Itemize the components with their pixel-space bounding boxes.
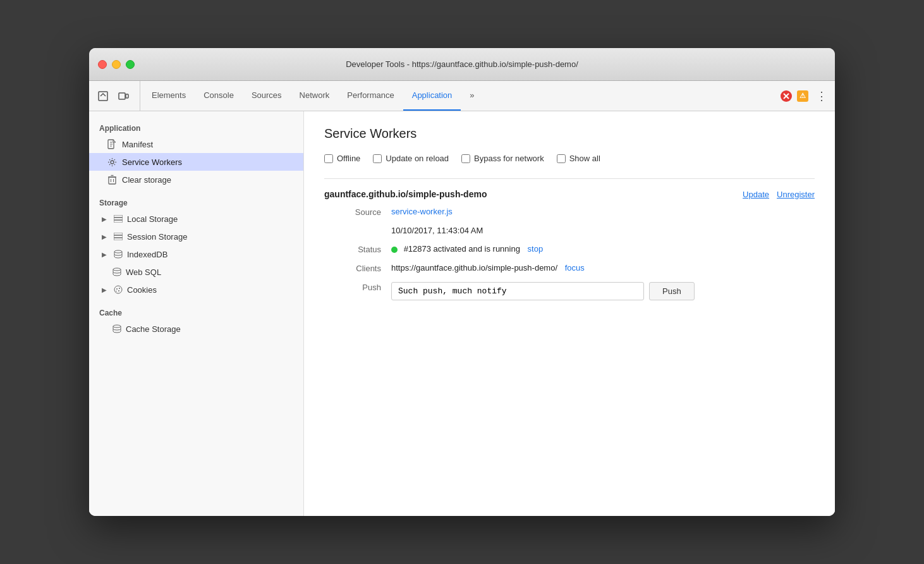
svg-rect-2 [126, 94, 128, 98]
sw-detail-table: Source service-worker.js 10/10/2017, 11:… [334, 207, 815, 300]
sidebar-item-service-workers[interactable]: Service Workers [89, 153, 303, 171]
service-workers-label: Service Workers [122, 157, 182, 167]
sidebar-section-storage: Storage [89, 193, 303, 210]
nav-tabs: Elements Console Sources Network Perform… [143, 81, 775, 111]
checkbox-offline[interactable]: Offline [324, 154, 360, 163]
tab-console[interactable]: Console [195, 81, 243, 111]
tab-more[interactable]: » [461, 81, 483, 111]
push-input[interactable] [391, 282, 644, 300]
update-on-reload-checkbox[interactable] [373, 154, 382, 163]
sw-actions: Update Unregister [743, 190, 815, 199]
local-storage-icon [113, 214, 123, 224]
toolbar-right: ⚠ ⋮ [775, 81, 830, 111]
sw-entry: gauntface.github.io/simple-push-demo Upd… [324, 189, 815, 300]
sidebar-item-cookies[interactable]: ▶ Cookies [89, 281, 303, 298]
tab-elements[interactable]: Elements [143, 81, 195, 111]
window-title: Developer Tools - https://gauntface.gith… [346, 59, 578, 69]
received-label-empty [334, 226, 391, 235]
tab-performance[interactable]: Performance [338, 81, 403, 111]
sidebar-item-web-sql[interactable]: Web SQL [89, 263, 303, 281]
cookies-icon [113, 285, 123, 295]
svg-rect-20 [114, 238, 123, 240]
more-options-icon[interactable]: ⋮ [813, 89, 830, 103]
maximize-button[interactable] [126, 60, 135, 69]
unregister-link[interactable]: Unregister [777, 190, 815, 199]
arrow-icon: ▶ [102, 286, 109, 293]
svg-point-26 [118, 290, 119, 291]
offline-checkbox[interactable] [324, 154, 333, 163]
push-value: Push [391, 282, 815, 300]
sidebar-item-cache-storage[interactable]: Cache Storage [89, 320, 303, 338]
svg-point-27 [116, 291, 117, 292]
svg-rect-1 [119, 93, 125, 99]
sidebar-section-application: Application [89, 119, 303, 135]
clear-storage-label: Clear storage [122, 175, 171, 185]
checkbox-show-all[interactable]: Show all [557, 154, 600, 163]
svg-rect-10 [109, 177, 116, 184]
push-row: Push [391, 282, 815, 300]
minimize-button[interactable] [112, 60, 121, 69]
sidebar-item-session-storage[interactable]: ▶ Session Storage [89, 228, 303, 245]
cache-storage-icon [112, 324, 122, 334]
source-link[interactable]: service-worker.js [391, 207, 453, 216]
indexeddb-label: IndexedDB [127, 250, 167, 259]
svg-rect-15 [114, 215, 123, 218]
show-all-checkbox[interactable] [557, 154, 566, 163]
status-value: #12873 activated and is running stop [391, 244, 815, 254]
svg-rect-19 [114, 235, 123, 238]
cookies-label: Cookies [127, 285, 157, 295]
push-button[interactable]: Push [649, 282, 695, 300]
tab-sources[interactable]: Sources [243, 81, 291, 111]
sidebar-item-local-storage[interactable]: ▶ Local Storage [89, 210, 303, 228]
local-storage-label: Local Storage [127, 214, 178, 224]
received-value: 10/10/2017, 11:43:04 AM [391, 226, 815, 235]
stop-link[interactable]: stop [528, 244, 544, 254]
sidebar-section-cache: Cache [89, 303, 303, 320]
arrow-icon: ▶ [102, 233, 109, 240]
devtools-window: Developer Tools - https://gauntface.gith… [89, 48, 835, 516]
device-icon[interactable] [114, 87, 132, 105]
source-label: Source [334, 207, 391, 217]
websql-icon [112, 267, 122, 277]
svg-rect-17 [114, 220, 123, 223]
svg-rect-16 [114, 218, 123, 220]
tab-network[interactable]: Network [291, 81, 339, 111]
warning-badge: ⚠ [797, 90, 808, 102]
arrow-icon: ▶ [102, 251, 109, 258]
svg-point-22 [113, 268, 121, 271]
clients-label: Clients [334, 263, 391, 273]
status-text: #12873 activated and is running [404, 244, 520, 254]
checkbox-update-on-reload[interactable]: Update on reload [373, 154, 449, 163]
title-bar: Developer Tools - https://gauntface.gith… [89, 48, 835, 81]
focus-link[interactable]: focus [565, 263, 585, 273]
sidebar: Application Manifest [89, 111, 304, 516]
sw-origin: gauntface.github.io/simple-push-demo [324, 189, 487, 199]
arrow-icon: ▶ [102, 216, 109, 223]
inspect-icon[interactable] [94, 87, 112, 105]
svg-point-25 [119, 288, 120, 289]
clients-url: https://gauntface.github.io/simple-push-… [391, 263, 557, 273]
push-label: Push [334, 282, 391, 300]
sidebar-item-indexeddb[interactable]: ▶ IndexedDB [89, 245, 303, 263]
status-dot [391, 247, 398, 253]
checkbox-row: Offline Update on reload Bypass for netw… [324, 154, 815, 163]
sidebar-item-manifest[interactable]: Manifest [89, 135, 303, 153]
toolbar: Elements Console Sources Network Perform… [89, 81, 835, 111]
close-button[interactable] [98, 60, 107, 69]
sw-origin-row: gauntface.github.io/simple-push-demo Upd… [324, 189, 815, 199]
sidebar-item-clear-storage[interactable]: Clear storage [89, 171, 303, 188]
manifest-icon [107, 139, 117, 149]
main-content: Application Manifest [89, 111, 835, 516]
bypass-for-network-checkbox[interactable] [461, 154, 470, 163]
traffic-lights [98, 60, 135, 69]
checkbox-bypass-for-network[interactable]: Bypass for network [461, 154, 544, 163]
status-label: Status [334, 244, 391, 254]
tab-application[interactable]: Application [403, 81, 461, 111]
cache-storage-label: Cache Storage [126, 324, 181, 334]
source-value: service-worker.js [391, 207, 815, 217]
manifest-label: Manifest [122, 140, 153, 149]
trash-icon [107, 175, 117, 185]
update-link[interactable]: Update [743, 190, 769, 199]
indexeddb-icon [113, 249, 123, 259]
svg-point-23 [114, 286, 122, 293]
